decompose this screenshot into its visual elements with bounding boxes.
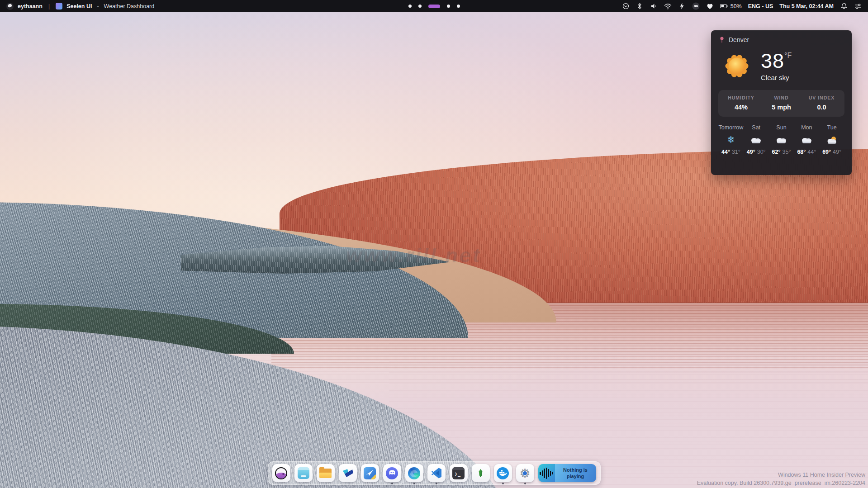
forecast-day-sat: Sat 49°30° <box>744 124 769 155</box>
windows-edition-line: Windows 11 Home Insider Preview <box>697 471 865 479</box>
workspace-switcher <box>408 0 460 12</box>
sun-behind-cloud-icon <box>826 136 838 144</box>
weather-stats: HUMIDITY 44% WIND 5 mph UV INDEX 0.0 <box>718 90 844 117</box>
seelen-app-icon <box>275 467 287 479</box>
seelen-logo-icon[interactable] <box>56 3 62 9</box>
stat-uv-index: UV INDEX 0.0 <box>802 95 842 111</box>
running-indicator <box>524 483 526 484</box>
running-indicator <box>502 483 504 484</box>
dock-app-mongodb[interactable] <box>472 464 490 482</box>
gear-icon: ⚙ <box>519 467 530 479</box>
edge-icon <box>408 467 420 479</box>
stat-humidity: HUMIDITY 44% <box>721 95 761 111</box>
sun-icon <box>725 54 749 78</box>
system-tray: 50% ENG - US Thu 5 Mar, 02:44 AM <box>622 2 868 10</box>
current-temperature: 38 <box>761 51 784 71</box>
view-name[interactable]: Weather Dashboard <box>104 3 155 9</box>
media-player-widget[interactable]: Nothing is playing <box>538 464 596 482</box>
flow-app-icon <box>342 468 354 479</box>
cloud-icon <box>775 136 787 144</box>
windows-evaluation-text: Windows 11 Home Insider Preview Evaluati… <box>697 471 865 487</box>
dock: ❯_ ⚙ Nothing is playing <box>268 461 601 485</box>
dock-app-flow[interactable] <box>339 464 357 482</box>
dash-separator: - <box>96 3 100 9</box>
quick-settings-icon[interactable] <box>854 2 862 10</box>
user-name[interactable]: eythaann <box>18 3 43 9</box>
desktop-screen: www.rill.net Windows 11 Home Insider Pre… <box>0 0 868 488</box>
dock-app-seelen[interactable] <box>272 464 290 482</box>
weather-widget[interactable]: Denver 38 °F Clear sky HUMIDITY 44% <box>711 30 852 175</box>
dock-app-docker[interactable] <box>494 464 512 482</box>
temperature-unit: °F <box>784 52 792 60</box>
chevron-circle-icon[interactable] <box>622 2 630 10</box>
media-status: Nothing is playing <box>555 464 596 482</box>
dock-app-edge[interactable] <box>405 464 423 482</box>
volume-icon[interactable] <box>650 2 658 10</box>
workspace-dot-2[interactable] <box>418 5 422 8</box>
window-app-icon <box>298 467 309 479</box>
clock[interactable]: Thu 5 Mar, 02:44 AM <box>779 3 834 9</box>
topbar-left: eythaann | Seelen UI - Weather Dashboard <box>0 3 154 10</box>
weather-forecast: Tomorrow ❄ 44°31° Sat 49°30° Sun 62°35° … <box>718 124 844 155</box>
battery-percent[interactable]: 50% <box>730 3 742 9</box>
workspace-active-pill[interactable] <box>428 5 440 8</box>
workspace-dot-4[interactable] <box>447 5 450 8</box>
workspace-dot-5[interactable] <box>457 5 460 8</box>
weather-header: Denver <box>718 36 844 43</box>
vscode-icon <box>431 467 442 479</box>
game-bar-icon[interactable] <box>692 2 700 10</box>
dock-app-discord[interactable] <box>383 464 401 482</box>
dock-app-mail-plane[interactable] <box>361 464 379 482</box>
dock-app-window-preview[interactable] <box>294 464 313 482</box>
dock-app-settings[interactable]: ⚙ <box>516 464 534 482</box>
forecast-day-tomorrow: Tomorrow ❄ 44°31° <box>718 124 744 155</box>
wifi-icon[interactable] <box>664 2 672 10</box>
running-indicator <box>436 483 437 484</box>
weather-location: Denver <box>729 36 749 43</box>
running-indicator <box>413 483 415 484</box>
forecast-day-tue: Tue 69°49° <box>819 124 844 155</box>
bell-icon[interactable] <box>840 2 848 10</box>
windows-build-line: Evaluation copy. Build 26300.7939.ge_pre… <box>697 479 865 487</box>
dock-app-file-explorer[interactable] <box>317 464 335 482</box>
app-name[interactable]: Seelen UI <box>66 3 92 9</box>
bluetooth-icon[interactable] <box>636 2 644 10</box>
media-status-line2: playing <box>567 473 584 479</box>
dock-app-terminal[interactable]: ❯_ <box>450 464 468 482</box>
battery-icon[interactable] <box>720 2 728 10</box>
power-bolt-icon[interactable] <box>678 2 686 10</box>
location-pin-icon <box>719 36 725 43</box>
docker-icon <box>497 467 509 479</box>
waveform-icon <box>538 464 555 482</box>
paper-plane-icon <box>364 467 376 479</box>
dock-app-vscode[interactable] <box>427 464 446 482</box>
user-avatar[interactable] <box>6 3 14 10</box>
folder-icon <box>319 469 332 478</box>
topbar: eythaann | Seelen UI - Weather Dashboard <box>0 0 868 12</box>
discord-icon <box>386 467 398 479</box>
cloud-icon <box>750 136 762 144</box>
running-indicator <box>391 483 393 484</box>
language-indicator[interactable]: ENG - US <box>748 3 773 9</box>
mongodb-leaf-icon <box>479 469 483 477</box>
cloud-icon <box>801 136 813 144</box>
heart-icon[interactable] <box>706 2 714 10</box>
terminal-icon: ❯_ <box>452 467 465 479</box>
forecast-day-mon: Mon 68°44° <box>794 124 819 155</box>
media-status-line1: Nothing is <box>563 467 588 473</box>
watermark: www.rill.net <box>346 244 481 267</box>
weather-condition: Clear sky <box>761 74 792 81</box>
forecast-day-sun: Sun 62°35° <box>769 124 794 155</box>
snowflake-icon: ❄ <box>727 135 735 145</box>
weather-current: 38 °F Clear sky <box>718 51 844 81</box>
stat-wind: WIND 5 mph <box>761 95 802 111</box>
separator: | <box>47 3 52 9</box>
workspace-dot-1[interactable] <box>408 5 412 8</box>
